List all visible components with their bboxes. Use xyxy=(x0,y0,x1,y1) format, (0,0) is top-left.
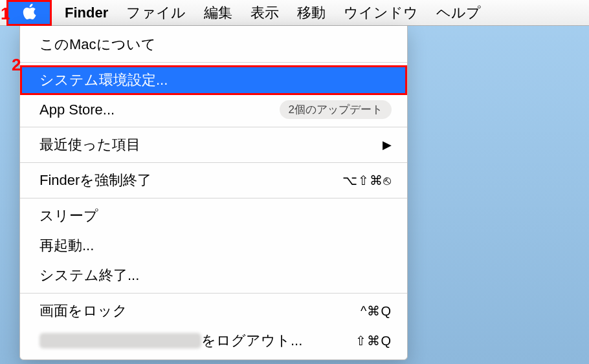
menu-app-store[interactable]: App Store... 2個のアップデート xyxy=(20,95,407,124)
menu-separator xyxy=(20,127,407,127)
menu-separator xyxy=(20,62,407,63)
shortcut-text: ^⌘Q xyxy=(361,303,392,319)
menu-force-quit[interactable]: Finderを強制終了 ⌥⇧⌘⎋ xyxy=(20,166,407,195)
menubar-view[interactable]: 表示 xyxy=(241,0,288,25)
submenu-arrow-icon: ▶ xyxy=(383,138,392,152)
menu-separator xyxy=(20,293,407,294)
menu-sleep[interactable]: スリープ xyxy=(20,201,407,231)
shortcut-text: ⌥⇧⌘⎋ xyxy=(342,173,392,188)
menubar-edit[interactable]: 編集 xyxy=(195,0,241,25)
shortcut-text: ⇧⌘Q xyxy=(355,333,392,348)
menu-about-this-mac[interactable]: このMacについて xyxy=(20,30,407,59)
menubar-file[interactable]: ファイル xyxy=(117,0,195,25)
menu-label: システム環境設定... xyxy=(39,70,168,90)
menu-separator xyxy=(20,162,407,163)
apple-dropdown-menu: このMacについて システム環境設定... App Store... 2個のアッ… xyxy=(19,26,408,360)
menu-label: をログアウト... xyxy=(39,331,302,350)
menu-label: Finderを強制終了 xyxy=(39,171,151,190)
menu-shutdown[interactable]: システム終了... xyxy=(20,261,407,290)
menu-label: 画面をロック xyxy=(39,301,128,321)
menu-lock-screen[interactable]: 画面をロック ^⌘Q xyxy=(20,296,407,326)
menu-label: App Store... xyxy=(39,102,115,118)
update-badge: 2個のアップデート xyxy=(280,100,392,119)
menubar-go[interactable]: 移動 xyxy=(288,0,335,25)
annotation-2: 2 xyxy=(12,55,21,75)
logout-suffix: をログアウト... xyxy=(201,331,302,350)
menubar: Finder ファイル 編集 表示 移動 ウインドウ ヘルプ xyxy=(0,0,589,26)
menu-restart[interactable]: 再起動... xyxy=(20,231,407,261)
menu-separator xyxy=(20,198,407,198)
menu-label: 再起動... xyxy=(39,236,94,255)
menubar-help[interactable]: ヘルプ xyxy=(427,0,490,25)
menu-system-preferences[interactable]: システム環境設定... xyxy=(20,65,407,95)
menu-logout[interactable]: をログアウト... ⇧⌘Q xyxy=(20,326,407,356)
menu-recent-items[interactable]: 最近使った項目 ▶ xyxy=(20,130,407,160)
apple-menu-button[interactable] xyxy=(6,0,52,26)
menubar-app-name[interactable]: Finder xyxy=(52,0,117,25)
redacted-username xyxy=(39,333,201,348)
menu-label: システム終了... xyxy=(39,266,139,285)
menu-label: スリープ xyxy=(39,206,98,226)
menubar-window[interactable]: ウインドウ xyxy=(335,0,427,25)
menu-label: このMacについて xyxy=(39,35,156,54)
annotation-1: 1 xyxy=(1,4,10,24)
apple-icon xyxy=(22,3,36,23)
menu-label: 最近使った項目 xyxy=(39,135,140,155)
